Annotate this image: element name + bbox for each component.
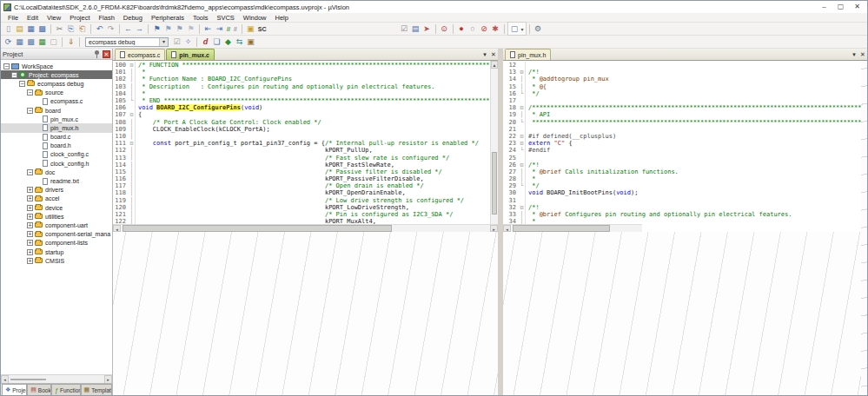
code-line[interactable]: 29└ */ — [503, 182, 867, 189]
code-line[interactable]: 30void BOARD_InitBootPins(void); — [503, 189, 867, 196]
tree-item-clock-config-h[interactable]: clock_config.h — [1, 159, 112, 168]
translate-icon[interactable]: ⟳ — [3, 36, 14, 48]
editor-right-hscrollbar[interactable]: ◂ — [503, 224, 642, 232]
code-line[interactable]: 120│ kPORT_LowDriveStrength, — [113, 204, 490, 211]
expand-icon[interactable]: + — [27, 231, 33, 237]
code-line[interactable]: 33│ * @brief Configures pin routing and … — [503, 211, 867, 218]
paste-icon[interactable]: ⎗ — [76, 23, 88, 35]
code-line[interactable]: 27│ * @brief Calls initialization functi… — [503, 168, 867, 175]
editor-left-vscrollbar[interactable]: ▲ — [490, 61, 498, 224]
code-line[interactable]: 32⊟/*! — [503, 204, 867, 211]
tree-item-cmsis[interactable]: +CMSIS — [1, 256, 112, 265]
code-line[interactable]: 109│ CLOCK_EnableClock(kCLOCK_PortA); — [113, 126, 490, 133]
build-icon[interactable]: ▦ — [14, 36, 25, 48]
tree-item-utilities[interactable]: +utilities — [1, 212, 112, 221]
tree-item-readme-txt[interactable]: readme.txt — [1, 176, 112, 185]
scroll-right-icon[interactable]: ▸ — [104, 375, 112, 384]
pack-installer-icon[interactable]: ⇆ — [234, 36, 245, 48]
code-line[interactable]: 107⊟{ — [113, 111, 490, 118]
editor-left-hscrollbar[interactable]: ◂ ▸ — [113, 224, 498, 232]
breakpoint-enable-all-icon[interactable]: ✱ — [490, 23, 501, 35]
breakpoint-disable-icon[interactable]: ○ — [467, 23, 479, 35]
jump-cursor-icon[interactable]: ➤ — [421, 23, 433, 35]
bookmark-toggle-icon[interactable]: ⚑ — [151, 23, 162, 35]
menu-item-project[interactable]: Project — [65, 13, 94, 23]
tree-item-clock-config-c[interactable]: clock_config.c — [1, 150, 112, 159]
tree-item-board[interactable]: −board — [1, 106, 112, 115]
fold-collapse-icon[interactable]: ⊟ — [519, 204, 526, 211]
menu-item-tools[interactable]: Tools — [189, 13, 213, 23]
navigate-back-icon[interactable]: ← — [123, 23, 134, 35]
chevron-down-icon[interactable]: ▾ — [159, 38, 168, 46]
spell-check-icon[interactable]: ☑ — [399, 23, 410, 35]
target-options-icon[interactable]: ✧ — [182, 36, 194, 48]
breakpoint-icon[interactable]: ● — [456, 23, 467, 35]
undo-icon[interactable]: ↶ — [94, 23, 105, 35]
batch-build-icon[interactable]: ▦ — [36, 36, 48, 48]
rebuild-icon[interactable]: ▩ — [25, 36, 36, 48]
scroll-up-icon[interactable]: ▲ — [491, 61, 498, 69]
project-hscrollbar[interactable]: ◂ ▸ — [1, 374, 112, 383]
hscroll-thumb[interactable] — [123, 225, 392, 232]
editor-close-button[interactable]: ✕ — [858, 49, 867, 60]
save-all-icon[interactable]: ▩ — [36, 23, 48, 35]
tree-item-doc[interactable]: −doc — [1, 168, 112, 176]
code-line[interactable]: 113│ /* Fast slew rate is configured */ — [113, 154, 490, 161]
scroll-left-icon[interactable]: ◂ — [113, 225, 121, 232]
scroll-left-icon[interactable]: ◂ — [503, 225, 511, 232]
collapse-icon[interactable]: − — [11, 72, 17, 78]
code-line[interactable]: 101│ * — [113, 69, 490, 76]
editor-close-button[interactable]: ✕ — [489, 49, 498, 60]
tree-item-accel[interactable]: +accel — [1, 195, 112, 203]
vscroll-thumb[interactable] — [492, 152, 497, 214]
comment-icon[interactable]: // — [225, 26, 232, 32]
expand-icon[interactable]: + — [27, 187, 33, 193]
indent-icon[interactable]: ⇥ — [214, 23, 225, 35]
code-line[interactable]: 121│ /* Pin is configured as I2C3_SDA */ — [113, 211, 490, 218]
code-line[interactable]: 110│ — [113, 133, 490, 140]
window-layout-dropdown[interactable]: ▢▾ — [507, 22, 527, 36]
code-line[interactable]: 18⊟/************************************… — [503, 104, 867, 111]
target-checkbox-icon[interactable]: ☑ — [171, 36, 182, 48]
editor-menu-button[interactable]: ▾ — [850, 49, 858, 60]
code-line[interactable]: 12 — [503, 62, 867, 69]
expand-icon[interactable]: + — [27, 222, 33, 228]
bookmark-clear-icon[interactable]: ⚑ — [185, 23, 196, 35]
close-button[interactable]: ✕ — [849, 1, 865, 13]
editor-right-code[interactable]: 1213⊟/*!14│ * @addtogroup pin_mux15│ * @… — [503, 61, 867, 224]
bookmark-prev-icon[interactable]: ⚑ — [162, 23, 174, 35]
tab-pin-mux-h[interactable]: pin_mux.h — [505, 49, 551, 60]
panel-tab-functions[interactable]: ƒFunctions — [51, 384, 80, 395]
code-line[interactable]: 103│ * Description : Configures pin rout… — [113, 83, 490, 90]
tree-item-board-c[interactable]: board.c — [1, 133, 112, 142]
panel-tab-books[interactable]: ▤Books — [27, 384, 51, 395]
svcs-folder-icon[interactable]: ▣ — [245, 23, 256, 35]
cut-icon[interactable]: ✂ — [54, 23, 65, 35]
tree-item-component-serial-mana[interactable]: +component-serial_mana — [1, 230, 112, 239]
tab-ecompass-c[interactable]: ecompass.c — [115, 49, 165, 60]
code-line[interactable]: 15│ * @{ — [503, 83, 867, 90]
navigate-forward-icon[interactable]: → — [134, 23, 145, 35]
fold-collapse-icon[interactable]: ⊟ — [129, 111, 136, 118]
debug-session-icon[interactable]: d — [200, 36, 211, 48]
tree-item-workspace[interactable]: −WorkSpace — [1, 62, 112, 70]
editor-menu-button[interactable]: ▾ — [480, 49, 489, 60]
manage-books-icon[interactable]: ▣ — [245, 36, 256, 48]
expand-icon[interactable]: + — [27, 195, 33, 201]
code-line[interactable]: 102│ * Function Name : BOARD_I2C_Configu… — [113, 76, 490, 82]
code-line[interactable]: 13⊟/*! — [503, 69, 867, 76]
scroll-right-icon[interactable]: ▸ — [490, 225, 498, 232]
window-layout-icon[interactable]: ▢ — [509, 23, 520, 35]
editor-left-code[interactable]: 100⊟/* FUNCTION ************************… — [113, 61, 490, 224]
panel-tab-templates[interactable]: ▦Templates — [81, 384, 112, 395]
collapse-icon[interactable]: − — [27, 169, 33, 175]
hscroll-thumb[interactable] — [513, 225, 610, 232]
redo-icon[interactable]: ↷ — [105, 23, 116, 35]
code-line[interactable]: 118│ kPORT_OpenDrainEnable, — [113, 189, 490, 196]
target-select[interactable]: ecompass debug▾ — [85, 37, 169, 47]
code-line[interactable]: 108│ /* Port A Clock Gate Control: Clock… — [113, 119, 490, 126]
tree-item-drivers[interactable]: +drivers — [1, 186, 112, 195]
expand-icon[interactable]: + — [27, 258, 33, 264]
collapse-icon[interactable]: − — [3, 63, 10, 69]
code-line[interactable]: 31 — [503, 197, 867, 204]
